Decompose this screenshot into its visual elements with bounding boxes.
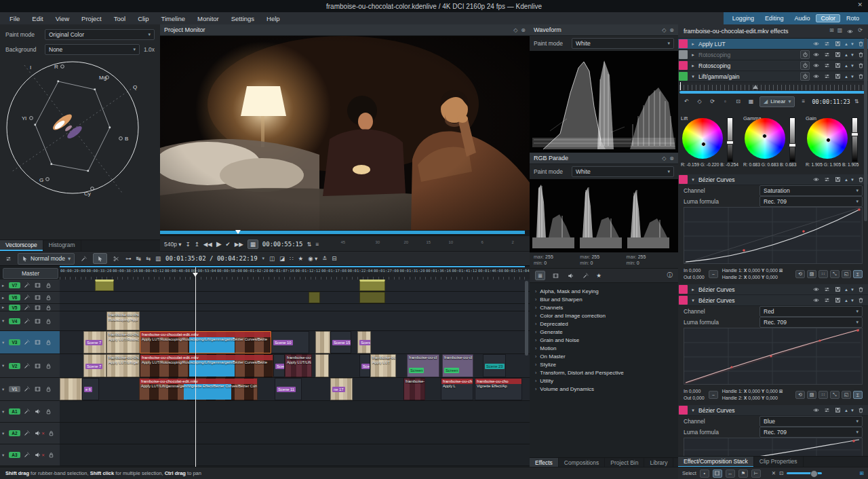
enable-effect-icon[interactable] [812,406,821,415]
remove-point-button[interactable]: − [709,270,718,278]
layout-roto[interactable]: Roto [842,14,864,22]
clip[interactable]: framboise-ou-chocolat-edit.mkvApply LUT/… [140,331,271,353]
menu-edit[interactable]: Edit [26,14,48,23]
clip[interactable]: Scene 16 [357,331,371,353]
layout-logging[interactable]: Logging [728,14,759,22]
list-view-icon[interactable]: ≣ [535,271,545,280]
copy-effects-icon[interactable]: ⊞ [829,27,834,35]
effects-category[interactable]: ›Volume and Dynamics [530,385,678,393]
timeline-playhead[interactable] [195,267,196,467]
split-audio-icon[interactable]: ⊟ [332,255,336,262]
track-video-icon[interactable] [33,303,42,311]
keyframe-grid-icon[interactable]: ▦ [747,98,755,106]
menu-monitor[interactable]: Monitor [192,14,224,23]
move-down-icon[interactable]: ▼ [850,408,854,413]
zone-in-icon[interactable]: ↧ [186,241,191,248]
tab-vectorscope[interactable]: Vectorscope [0,240,43,251]
zone-out-icon[interactable]: ↥ [195,241,199,248]
loop-icon[interactable]: ✔ [226,241,231,248]
clip[interactable]: framboise-ou-chocolat-edit.mkvApply LUT/… [139,378,258,400]
clip[interactable]: Scene 15 [330,331,351,353]
spacer-tool-icon[interactable]: ⊶ [125,255,132,262]
track-badge[interactable]: V6 [9,294,20,301]
presets-icon[interactable] [823,40,831,48]
select-clip-icon[interactable]: ⬩ [700,470,709,478]
reset-curve-icon[interactable]: ⟲ [795,391,805,399]
menu-file[interactable]: File [4,14,25,23]
effects-category[interactable]: ›Transform, Distort and Perspective [530,368,678,377]
clip[interactable]: Scene 23 [483,354,506,377]
save-effect-icon[interactable] [833,406,842,415]
clip[interactable]: Scene 11 [275,378,302,400]
interpolation-dropdown[interactable]: ◢ Linear ▾ [760,96,795,107]
effects-category[interactable]: ›Alpha, Mask and Keying [530,287,678,295]
grid-icon[interactable]: ∷ [818,270,828,278]
track-badge[interactable]: V4 [9,318,20,324]
save-effect-icon[interactable] [833,73,842,81]
lock-icon[interactable] [44,385,53,394]
select-transition-icon[interactable]: ↔ [726,470,735,478]
effect-row[interactable]: ▸Apply LUT▲▼ [678,39,868,50]
track-effects-icon[interactable] [22,317,31,325]
move-down-icon[interactable]: ▼ [850,75,854,79]
move-down-icon[interactable]: ▼ [850,42,854,46]
multicam-icon[interactable]: ▥ [155,255,161,262]
channel-dropdown[interactable]: Blue▾ [760,416,863,427]
luma-dropdown[interactable]: Rec. 709▾ [760,427,863,438]
gamma-wheel[interactable] [745,118,785,159]
stack-scrollbar[interactable] [864,38,867,221]
monitor-seekbar[interactable] [160,230,530,236]
move-up-icon[interactable]: ▲ [844,178,848,182]
curve-mode-icon[interactable]: Σ [853,391,863,399]
float-panel-icon[interactable]: ◇ [662,155,666,161]
effects-category[interactable]: ›Stylize [530,360,678,368]
move-down-icon[interactable]: ▼ [850,64,854,68]
gradient-bg-icon[interactable]: ▨ [807,270,816,278]
track-header-v6[interactable]: ▸V6 [0,292,60,304]
show-pixmap-icon[interactable]: ◱ [842,270,851,278]
clip[interactable]: framboise-ou-choApply LUT/Lift/gar [106,354,140,377]
record-icon[interactable]: ◉ ▾ [308,255,317,262]
track-video-icon[interactable] [33,385,42,394]
ripple-tool-icon[interactable]: ⇆ [146,255,151,262]
track-video-icon[interactable] [33,362,42,370]
layout-color[interactable]: Color [816,14,840,22]
rgb-parade-header[interactable]: RGB Parade ◇⊗ [530,153,678,164]
track-effects-icon[interactable] [22,451,31,459]
curve-effect-row[interactable]: ▾Bézier Curves▲▼ [678,174,868,185]
save-effect-icon[interactable] [833,296,842,305]
clip[interactable]: e 6 [82,378,99,400]
clip[interactable]: framboise-ou-clScreen [442,354,473,377]
enable-effect-icon[interactable] [812,51,821,59]
save-effect-icon[interactable] [833,176,842,184]
effects-category[interactable]: ›On Master [530,352,678,360]
timecode-spinner-icon[interactable]: ⇅ [307,241,311,248]
presets-icon[interactable] [823,286,831,294]
curve-editor[interactable] [684,207,863,264]
track-header-v5[interactable]: ▸V5 [0,304,60,311]
luma-dropdown[interactable]: Rec. 709▾ [760,317,863,328]
close-panel-icon[interactable]: ⊗ [669,27,674,33]
curve-effect-row[interactable]: ▸Bézier Curves▲▼ [678,284,868,295]
clip[interactable]: framboise-ou-clScreen [407,354,439,377]
move-down-icon[interactable]: ▼ [850,299,854,303]
track-v6[interactable] [60,292,530,304]
grid-icon[interactable]: ∷ [818,391,828,399]
presets-icon[interactable] [823,62,831,70]
presets-icon[interactable] [823,406,831,415]
monitor-resolution-dropdown[interactable]: 540p ▾ [164,241,182,248]
float-panel-icon[interactable]: ◇ [662,27,666,33]
track-badge[interactable]: V2 [9,363,20,369]
lock-icon[interactable] [44,303,53,311]
add-keyframe-icon[interactable]: ◇ [695,98,704,106]
clip[interactable]: Scene 7 [83,331,106,353]
move-down-icon[interactable]: ▼ [850,288,854,292]
track-effects-icon[interactable] [22,408,31,416]
presets-icon[interactable] [823,73,831,81]
save-effect-icon[interactable] [833,51,842,59]
effects-category[interactable]: ›Deprecated [530,320,678,328]
track-badge[interactable]: V1 [9,386,20,392]
track-header-a1[interactable]: ▾A1 [0,401,60,423]
save-effect-icon[interactable] [833,286,842,294]
track-header-v4[interactable]: ▾V4 [0,311,60,331]
